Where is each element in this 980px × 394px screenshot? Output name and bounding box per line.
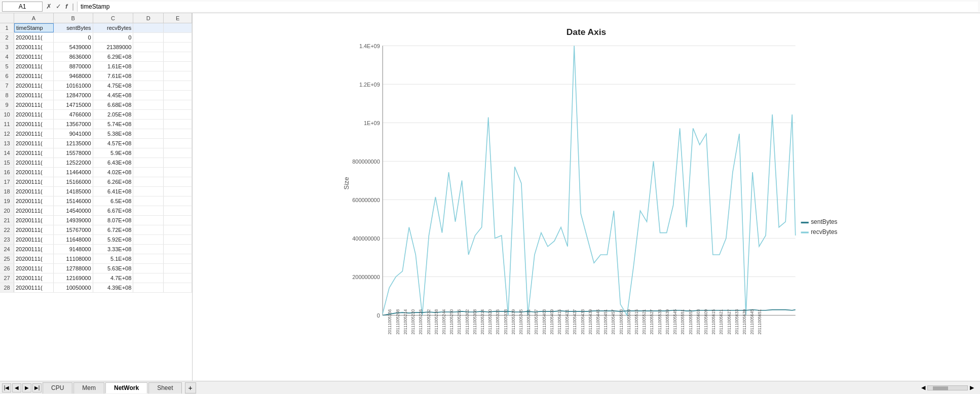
cell-b[interactable]: 14185000: [54, 187, 93, 196]
cell-e[interactable]: [164, 187, 192, 196]
cell-a[interactable]: 20200111(: [14, 120, 54, 129]
cell-c[interactable]: 6.68E+08: [93, 100, 134, 109]
cell-c[interactable]: 7.61E+08: [93, 71, 134, 81]
cell-c[interactable]: 5.1E+08: [93, 254, 134, 263]
cell-c[interactable]: 8.07E+08: [93, 216, 134, 225]
scroll-left-btn[interactable]: ◀: [921, 384, 925, 391]
cell-c[interactable]: 21389000: [93, 43, 134, 52]
cell-e[interactable]: [164, 120, 192, 129]
table-row[interactable]: 26 20200111( 12788000 5.63E+08: [0, 264, 192, 273]
tab-nav-last[interactable]: ▶|: [32, 383, 42, 392]
cell-a[interactable]: 20200111(: [14, 81, 54, 90]
cell-e[interactable]: [164, 52, 192, 61]
cell-e[interactable]: [164, 254, 192, 263]
cell-a[interactable]: 20200111(: [14, 168, 54, 177]
cell-a[interactable]: 20200111(: [14, 187, 54, 196]
cell-b[interactable]: 14939000: [54, 216, 93, 225]
tab-add-button[interactable]: +: [185, 382, 196, 393]
tab-nav-next[interactable]: ▶: [22, 383, 31, 392]
cell-c[interactable]: 1.61E+08: [93, 62, 134, 71]
cell-d[interactable]: [133, 264, 164, 273]
cell-d[interactable]: [133, 206, 164, 215]
cell-e[interactable]: [164, 71, 192, 81]
table-row[interactable]: 4 20200111( 8636000 6.29E+08: [0, 52, 192, 62]
table-row[interactable]: 22 20200111( 15767000 6.72E+08: [0, 225, 192, 235]
cell-d[interactable]: [133, 216, 164, 225]
table-row[interactable]: 14 20200111( 15578000 5.9E+08: [0, 148, 192, 158]
cell-d[interactable]: [133, 100, 164, 109]
cell-d[interactable]: [133, 139, 164, 148]
cell-c[interactable]: 4.7E+08: [93, 273, 134, 283]
cell-d[interactable]: [133, 91, 164, 100]
cell-c[interactable]: 6.29E+08: [93, 52, 134, 61]
cell-e[interactable]: [164, 235, 192, 244]
cell-c[interactable]: recvBytes: [93, 23, 134, 32]
cell-a[interactable]: 20200111(: [14, 196, 54, 206]
cell-e[interactable]: [164, 33, 192, 42]
cell-b[interactable]: 12522000: [54, 158, 93, 167]
cell-a[interactable]: 20200111(: [14, 225, 54, 234]
cell-d[interactable]: [133, 110, 164, 119]
cell-c[interactable]: 0: [93, 33, 134, 42]
cell-a[interactable]: 20200111(: [14, 235, 54, 244]
cell-b[interactable]: sentBytes: [54, 23, 93, 32]
cell-c[interactable]: 2.05E+08: [93, 110, 134, 119]
cell-a[interactable]: 20200111(: [14, 43, 54, 52]
cell-a[interactable]: 20200111(: [14, 129, 54, 138]
tab-nav-prev[interactable]: ◀: [12, 383, 21, 392]
cell-d[interactable]: [133, 71, 164, 81]
cell-c[interactable]: 6.26E+08: [93, 177, 134, 186]
cell-a[interactable]: 20200111(: [14, 254, 54, 263]
cell-a[interactable]: 20200111(: [14, 245, 54, 254]
table-row[interactable]: 28 20200111( 10050000 4.39E+08: [0, 283, 192, 293]
cell-a[interactable]: 20200111(: [14, 110, 54, 119]
cell-a[interactable]: 20200111(: [14, 216, 54, 225]
cell-e[interactable]: [164, 216, 192, 225]
cell-a[interactable]: 20200111(: [14, 91, 54, 100]
confirm-icon[interactable]: ✓: [54, 3, 63, 10]
cell-e[interactable]: [164, 225, 192, 234]
cell-d[interactable]: [133, 225, 164, 234]
cell-e[interactable]: [164, 264, 192, 273]
cell-b[interactable]: 11648000: [54, 235, 93, 244]
function-icon[interactable]: f: [64, 3, 69, 10]
cell-b[interactable]: 9041000: [54, 129, 93, 138]
cell-b[interactable]: 15767000: [54, 225, 93, 234]
table-row[interactable]: 27 20200111( 12169000 4.7E+08: [0, 273, 192, 283]
cell-a[interactable]: 20200111(: [14, 33, 54, 42]
cell-a[interactable]: 20200111(: [14, 158, 54, 167]
scroll-right-btn[interactable]: ▶: [970, 384, 974, 391]
cell-c[interactable]: 6.72E+08: [93, 225, 134, 234]
cell-b[interactable]: 13567000: [54, 120, 93, 129]
tab-network[interactable]: NetWork: [105, 382, 147, 393]
cell-d[interactable]: [133, 283, 164, 292]
cell-b[interactable]: 12169000: [54, 273, 93, 283]
cell-e[interactable]: [164, 129, 192, 138]
col-header-b[interactable]: B: [54, 13, 93, 23]
table-row[interactable]: 7 20200111( 10161000 4.75E+08: [0, 81, 192, 91]
cell-d[interactable]: [133, 273, 164, 283]
cell-c[interactable]: 5.38E+08: [93, 129, 134, 138]
cell-b[interactable]: 15146000: [54, 196, 93, 206]
table-row[interactable]: 9 20200111( 14715000 6.68E+08: [0, 100, 192, 110]
cell-b[interactable]: 10050000: [54, 283, 93, 292]
table-row[interactable]: 20 20200111( 14540000 6.67E+08: [0, 206, 192, 216]
tab-mem[interactable]: Mem: [73, 382, 104, 393]
table-row[interactable]: 2 20200111( 0 0: [0, 33, 192, 43]
cancel-icon[interactable]: ✗: [45, 3, 53, 10]
cell-d[interactable]: [133, 235, 164, 244]
name-box[interactable]: [2, 2, 43, 12]
cell-d[interactable]: [133, 33, 164, 42]
cell-a[interactable]: 20200111(: [14, 264, 54, 273]
cell-e[interactable]: [164, 273, 192, 283]
cell-c[interactable]: 6.5E+08: [93, 196, 134, 206]
cell-d[interactable]: [133, 168, 164, 177]
cell-e[interactable]: [164, 91, 192, 100]
cell-e[interactable]: [164, 148, 192, 157]
cell-c[interactable]: 3.33E+08: [93, 245, 134, 254]
cell-e[interactable]: [164, 81, 192, 90]
cell-d[interactable]: [133, 43, 164, 52]
cell-b[interactable]: 10161000: [54, 81, 93, 90]
table-row[interactable]: 5 20200111( 8870000 1.61E+08: [0, 62, 192, 71]
tab-sheet[interactable]: Sheet: [148, 382, 181, 393]
